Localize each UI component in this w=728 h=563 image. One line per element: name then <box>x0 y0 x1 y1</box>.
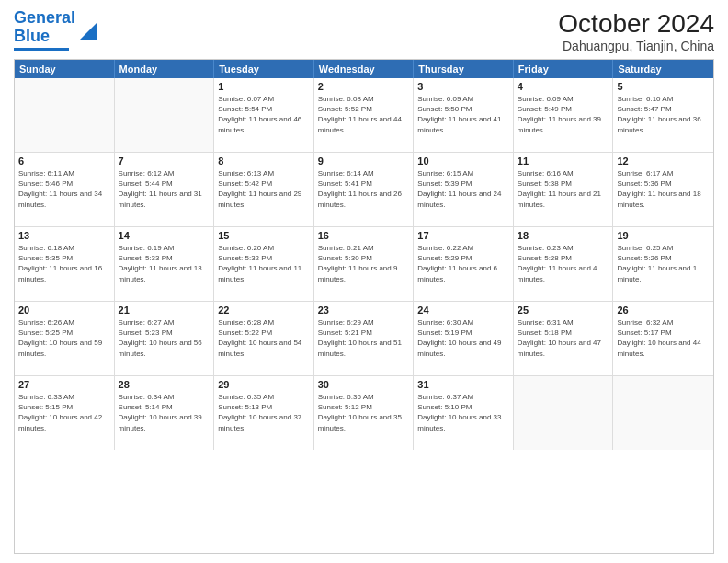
calendar-header: SundayMondayTuesdayWednesdayThursdayFrid… <box>15 60 713 78</box>
cal-cell: 16Sunrise: 6:21 AM Sunset: 5:30 PM Dayli… <box>314 227 415 301</box>
cell-info: Sunrise: 6:25 AM Sunset: 5:26 PM Dayligh… <box>617 243 710 284</box>
logo-text: General Blue <box>14 9 75 46</box>
day-number: 2 <box>318 81 410 92</box>
cal-cell: 3Sunrise: 6:09 AM Sunset: 5:50 PM Daylig… <box>414 78 514 152</box>
cell-info: Sunrise: 6:30 AM Sunset: 5:19 PM Dayligh… <box>417 317 509 359</box>
cal-header-thursday: Thursday <box>414 60 514 78</box>
cell-info: Sunrise: 6:09 AM Sunset: 5:49 PM Dayligh… <box>518 94 609 135</box>
cal-cell: 19Sunrise: 6:25 AM Sunset: 5:26 PM Dayli… <box>613 227 713 301</box>
day-number: 3 <box>417 81 509 92</box>
cal-cell <box>15 78 115 152</box>
cell-info: Sunrise: 6:13 AM Sunset: 5:42 PM Dayligh… <box>218 168 310 210</box>
cell-info: Sunrise: 6:23 AM Sunset: 5:28 PM Dayligh… <box>518 243 609 284</box>
day-number: 15 <box>218 230 310 241</box>
cal-cell: 15Sunrise: 6:20 AM Sunset: 5:32 PM Dayli… <box>214 227 314 301</box>
cell-info: Sunrise: 6:12 AM Sunset: 5:44 PM Dayligh… <box>119 168 210 210</box>
day-number: 11 <box>518 155 609 167</box>
day-number: 5 <box>617 81 710 92</box>
cal-cell: 14Sunrise: 6:19 AM Sunset: 5:33 PM Dayli… <box>115 227 215 301</box>
cal-cell: 28Sunrise: 6:34 AM Sunset: 5:14 PM Dayli… <box>115 376 215 450</box>
cal-cell: 20Sunrise: 6:26 AM Sunset: 5:25 PM Dayli… <box>15 302 115 375</box>
header: General Blue October 2024 Dahuangpu, Tia… <box>14 9 714 53</box>
cell-info: Sunrise: 6:37 AM Sunset: 5:10 PM Dayligh… <box>417 392 509 433</box>
cal-cell: 9Sunrise: 6:14 AM Sunset: 5:41 PM Daylig… <box>314 153 415 226</box>
cal-header-monday: Monday <box>115 60 215 78</box>
cal-cell: 8Sunrise: 6:13 AM Sunset: 5:42 PM Daylig… <box>214 153 314 226</box>
day-number: 25 <box>518 304 609 316</box>
logo: General Blue <box>14 9 97 51</box>
logo-underline <box>14 48 69 51</box>
cal-week-1: 1Sunrise: 6:07 AM Sunset: 5:54 PM Daylig… <box>15 78 713 153</box>
day-number: 20 <box>18 304 110 316</box>
cell-info: Sunrise: 6:27 AM Sunset: 5:23 PM Dayligh… <box>119 317 210 359</box>
day-number: 1 <box>218 81 310 92</box>
cal-header-friday: Friday <box>514 60 614 78</box>
calendar: SundayMondayTuesdayWednesdayThursdayFrid… <box>14 59 714 554</box>
day-number: 9 <box>318 155 410 167</box>
cell-info: Sunrise: 6:29 AM Sunset: 5:21 PM Dayligh… <box>318 317 410 359</box>
day-number: 22 <box>218 304 310 316</box>
page: General Blue October 2024 Dahuangpu, Tia… <box>0 0 728 563</box>
day-number: 29 <box>218 379 310 390</box>
cell-info: Sunrise: 6:15 AM Sunset: 5:39 PM Dayligh… <box>417 168 509 210</box>
day-number: 4 <box>518 81 609 92</box>
day-number: 27 <box>18 379 110 390</box>
cell-info: Sunrise: 6:14 AM Sunset: 5:41 PM Dayligh… <box>318 168 410 210</box>
cal-header-saturday: Saturday <box>613 60 713 78</box>
cal-cell: 23Sunrise: 6:29 AM Sunset: 5:21 PM Dayli… <box>314 302 415 375</box>
cal-cell: 24Sunrise: 6:30 AM Sunset: 5:19 PM Dayli… <box>414 302 514 375</box>
cal-header-tuesday: Tuesday <box>214 60 314 78</box>
cell-info: Sunrise: 6:35 AM Sunset: 5:13 PM Dayligh… <box>218 392 310 433</box>
cell-info: Sunrise: 6:16 AM Sunset: 5:38 PM Dayligh… <box>518 168 609 210</box>
day-number: 13 <box>18 230 110 241</box>
cal-cell <box>514 376 614 450</box>
calendar-body: 1Sunrise: 6:07 AM Sunset: 5:54 PM Daylig… <box>15 78 713 450</box>
svg-marker-0 <box>79 22 97 40</box>
cal-cell: 27Sunrise: 6:33 AM Sunset: 5:15 PM Dayli… <box>15 376 115 450</box>
cal-cell: 17Sunrise: 6:22 AM Sunset: 5:29 PM Dayli… <box>414 227 514 301</box>
day-number: 26 <box>617 304 710 316</box>
day-number: 17 <box>417 230 509 241</box>
cell-info: Sunrise: 6:08 AM Sunset: 5:52 PM Dayligh… <box>318 94 410 135</box>
day-number: 6 <box>18 155 110 167</box>
cal-cell: 11Sunrise: 6:16 AM Sunset: 5:38 PM Dayli… <box>514 153 614 226</box>
cal-cell: 10Sunrise: 6:15 AM Sunset: 5:39 PM Dayli… <box>414 153 514 226</box>
cell-info: Sunrise: 6:28 AM Sunset: 5:22 PM Dayligh… <box>218 317 310 359</box>
day-number: 7 <box>119 155 210 167</box>
cal-cell: 18Sunrise: 6:23 AM Sunset: 5:28 PM Dayli… <box>514 227 614 301</box>
cell-info: Sunrise: 6:11 AM Sunset: 5:46 PM Dayligh… <box>18 168 110 210</box>
day-number: 14 <box>119 230 210 241</box>
day-number: 31 <box>417 379 509 390</box>
cal-cell: 6Sunrise: 6:11 AM Sunset: 5:46 PM Daylig… <box>15 153 115 226</box>
day-number: 21 <box>119 304 210 316</box>
day-number: 18 <box>518 230 609 241</box>
cal-cell: 12Sunrise: 6:17 AM Sunset: 5:36 PM Dayli… <box>613 153 713 226</box>
cal-cell <box>115 78 215 152</box>
cal-cell: 29Sunrise: 6:35 AM Sunset: 5:13 PM Dayli… <box>214 376 314 450</box>
cell-info: Sunrise: 6:36 AM Sunset: 5:12 PM Dayligh… <box>318 392 410 433</box>
cell-info: Sunrise: 6:33 AM Sunset: 5:15 PM Dayligh… <box>18 392 110 433</box>
cell-info: Sunrise: 6:31 AM Sunset: 5:18 PM Dayligh… <box>518 317 609 359</box>
day-number: 16 <box>318 230 410 241</box>
cal-week-5: 27Sunrise: 6:33 AM Sunset: 5:15 PM Dayli… <box>15 376 713 450</box>
day-number: 28 <box>119 379 210 390</box>
cal-cell: 5Sunrise: 6:10 AM Sunset: 5:47 PM Daylig… <box>613 78 713 152</box>
day-number: 23 <box>318 304 410 316</box>
cal-week-2: 6Sunrise: 6:11 AM Sunset: 5:46 PM Daylig… <box>15 153 713 227</box>
day-number: 12 <box>617 155 710 167</box>
cell-info: Sunrise: 6:26 AM Sunset: 5:25 PM Dayligh… <box>18 317 110 359</box>
cal-header-sunday: Sunday <box>15 60 115 78</box>
cell-info: Sunrise: 6:17 AM Sunset: 5:36 PM Dayligh… <box>617 168 710 210</box>
day-number: 19 <box>617 230 710 241</box>
day-number: 30 <box>318 379 410 390</box>
cal-cell: 31Sunrise: 6:37 AM Sunset: 5:10 PM Dayli… <box>414 376 514 450</box>
day-number: 24 <box>417 304 509 316</box>
cell-info: Sunrise: 6:22 AM Sunset: 5:29 PM Dayligh… <box>417 243 509 284</box>
day-number: 10 <box>417 155 509 167</box>
cell-info: Sunrise: 6:20 AM Sunset: 5:32 PM Dayligh… <box>218 243 310 284</box>
cell-info: Sunrise: 6:07 AM Sunset: 5:54 PM Dayligh… <box>218 94 310 135</box>
cell-info: Sunrise: 6:34 AM Sunset: 5:14 PM Dayligh… <box>119 392 210 433</box>
cal-week-4: 20Sunrise: 6:26 AM Sunset: 5:25 PM Dayli… <box>15 302 713 376</box>
cal-cell: 7Sunrise: 6:12 AM Sunset: 5:44 PM Daylig… <box>115 153 215 226</box>
cal-header-wednesday: Wednesday <box>314 60 415 78</box>
